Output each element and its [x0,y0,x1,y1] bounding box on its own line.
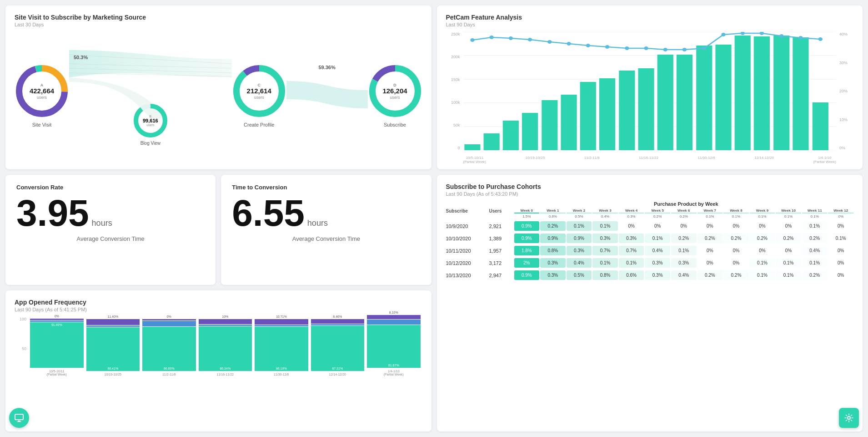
bar-group-5: 10.71% 86.19% 11/30-12/6 [255,317,308,376]
bottom-right-icon[interactable] [839,408,859,428]
table-row: 10/9/20202,9210.9%0.2%0.1%0.1%0%0%0%0%0%… [446,221,854,231]
svg-rect-62 [17,422,21,422]
cohort-subscribe-header: Subscribe [446,208,489,213]
svg-rect-35 [715,45,731,150]
funnel-node-c: C 212,614 users Create Profile [232,64,286,127]
svg-rect-22 [464,144,480,150]
svg-point-47 [586,44,590,47]
petcam-y-axis: 250k 200k 150k 100k 50k 0 [446,32,462,150]
bar-group-7: 8.10% 81.67% 1/4-1/10(Partial Week) [367,317,421,376]
petcam-card: PetCam Feature Analysis Last 90 Days 250… [437,5,863,169]
time-conversion-card: Time to Conversion 6.55 hours Average Co… [221,175,431,285]
svg-rect-36 [734,36,750,150]
svg-rect-39 [793,37,808,150]
funnel-node-a-label: Site Visit [32,122,52,127]
cohort-purchase-header: Purchase Product by Week [519,201,854,207]
table-row: 10/10/20201,3890.9%0.9%0.9%0.3%0.3%0.1%0… [446,234,854,243]
table-row: 10/11/20201,9571.8%0.8%0.3%0.7%0.7%0.4%0… [446,246,854,255]
cohort-week-headers: Week 0 Week 1 Week 2 Week 3 Week 4 Week … [514,208,854,213]
donut-d-label: D 126,204 users [382,83,407,100]
funnel-subtitle: Last 30 Days [15,22,422,27]
cohort-title: Subscribe to Purchase Cohorts [446,183,854,190]
petcam-title: PetCam Feature Analysis [446,14,854,21]
petcam-chart: 250k 200k 150k 100k 50k 0 40% 30% 20% 10… [446,32,854,164]
cohort-data-rows: 10/9/20202,9210.9%0.2%0.1%0.1%0%0%0%0%0%… [446,221,854,280]
svg-rect-60 [15,414,23,420]
svg-rect-27 [561,95,577,150]
app-freq-subtitle: Last 90 Days (As of 5:41:25 PM) [15,307,422,312]
svg-rect-29 [599,78,615,150]
table-row: 10/12/20203,1722%0.3%0.4%0.1%0.1%0.3%0.3… [446,258,854,268]
svg-point-56 [759,32,763,35]
app-freq-bars: 0% 91.40% 10/5-10/11(Partial Week) 11.40… [30,317,421,376]
svg-point-43 [508,36,512,40]
time-conversion-value: 6.55 [232,194,305,232]
donut-c: C 212,614 users [232,64,286,118]
funnel-node-d: D 126,204 users Subscribe [368,64,422,127]
connector-pct-2: 59.36% [318,65,335,70]
bar-group-3: 0% 86.89% 11/2-11/8 [142,317,196,376]
app-freq-card: App Opened Frequency Last 90 Days (As of… [5,290,431,432]
cohort-col-header-row: Purchase Product by Week [519,201,854,207]
cohort-week-header-row: Subscribe Users Week 0 Week 1 Week 2 Wee… [446,208,854,213]
cohort-users-col: Users [489,208,514,213]
svg-point-44 [527,38,532,41]
svg-point-55 [740,32,744,35]
svg-point-57 [779,34,783,38]
monitor-icon [15,413,24,422]
app-freq-y-axis: 100 50 [15,317,28,376]
connector-pct-1: 50.3% [74,55,88,60]
petcam-subtitle: Last 90 Days [446,22,854,27]
donut-b-label: B 99,616 users [143,115,158,127]
svg-point-41 [470,38,474,42]
svg-point-50 [644,46,648,50]
funnel-node-b-label: Blog View [132,141,169,146]
time-conversion-value-group: 6.55 hours [232,194,420,232]
svg-rect-28 [580,82,596,150]
cohort-card: Subscribe to Purchase Cohorts Last 90 Da… [437,175,863,432]
svg-rect-31 [638,68,654,150]
donut-a: A 422,664 users [15,64,69,118]
donut-b: B 99,616 users [132,102,169,139]
bar-group-1: 0% 91.40% 10/5-10/11(Partial Week) [30,317,84,376]
svg-point-54 [721,33,725,36]
svg-point-51 [663,48,667,51]
conversion-rate-title: Conversion Rate [16,184,205,191]
svg-rect-32 [657,55,673,150]
cohort-pct-labels: 1.5% 0.6% 0.5% 0.4% 0.3% 0.2% 0.2% 0.1% … [514,214,854,218]
bottom-left: Conversion Rate 3.95 hours Average Conve… [5,175,431,432]
app-freq-title: App Opened Frequency [15,299,422,306]
petcam-x-axis: 10/5-10/11(Partial Week) 10/19-10/25 11/… [463,156,837,164]
bar-group-4: 10% 86.34% 11/16-11/22 [199,317,252,376]
svg-point-45 [547,40,552,44]
svg-point-58 [798,36,803,40]
petcam-y-right-axis: 40% 30% 20% 10% 0% [838,32,853,150]
conversion-rate-value: 3.95 [16,194,89,232]
svg-point-48 [605,45,609,49]
time-conversion-title: Time to Conversion [232,184,420,191]
donut-c-label: C 212,614 users [247,83,271,100]
settings-icon [844,413,853,422]
cohort-table-wrapper: Purchase Product by Week Subscribe Users… [446,201,854,280]
conversion-rate-value-group: 3.95 hours [16,194,205,232]
svg-rect-25 [522,113,537,150]
svg-rect-24 [502,121,518,150]
svg-point-49 [625,46,629,50]
svg-point-53 [702,46,706,50]
svg-point-52 [682,48,686,51]
svg-rect-37 [753,36,769,150]
donut-d: D 126,204 users [368,64,422,118]
bar-group-2: 11.40% 86.41% 10/19-10/25 [86,317,140,376]
svg-point-42 [489,36,493,39]
conversion-rate-desc: Average Conversion Time [16,235,205,242]
svg-point-46 [567,42,571,46]
svg-rect-33 [676,55,692,150]
funnel-node-d-label: Subscribe [384,122,406,127]
sidebar-icon[interactable] [9,408,29,428]
svg-rect-30 [619,71,635,150]
table-row: 10/13/20202,9470.9%0.3%0.5%0.8%0.6%0.3%0… [446,270,854,280]
funnel-container: A 422,664 users Site Visit 50.3% [15,32,422,159]
funnel-card: Site Visit to Subscribe by Marketing Sou… [5,5,431,169]
time-conversion-desc: Average Conversion Time [232,235,420,242]
app-freq-chart: 100 50 0% 91.40% [15,317,422,390]
